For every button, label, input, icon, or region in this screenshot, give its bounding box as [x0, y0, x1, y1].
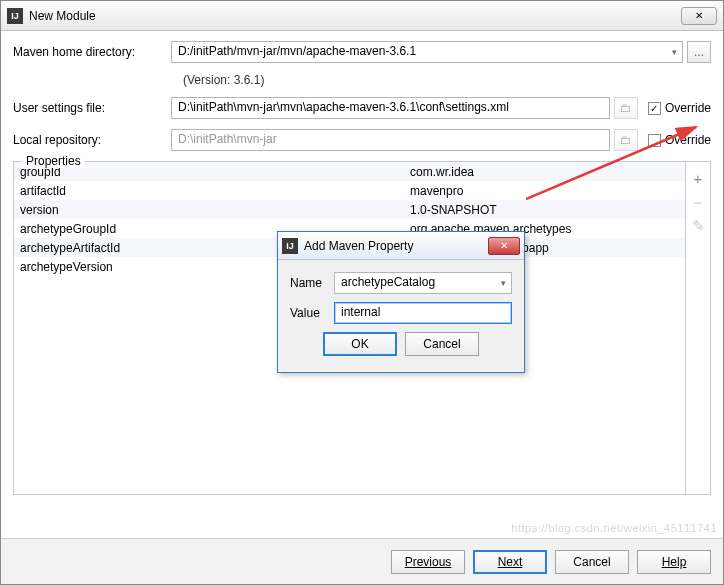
override-label: Override	[665, 101, 711, 115]
local-repo-label: Local repository:	[13, 133, 171, 147]
chevron-down-icon: ▾	[501, 278, 506, 288]
value-value: internal	[341, 305, 380, 319]
user-settings-field[interactable]: D:\initPath\mvn-jar\mvn\apache-maven-3.6…	[171, 97, 610, 119]
table-row[interactable]: version1.0-SNAPSHOT	[14, 200, 685, 219]
folder-icon: 🗀	[614, 129, 638, 151]
app-icon: IJ	[282, 238, 298, 254]
dialog-titlebar: IJ Add Maven Property ✕	[278, 232, 524, 260]
dialog-title: Add Maven Property	[304, 239, 488, 253]
wizard-footer: Previous Next Cancel Help	[1, 538, 723, 584]
maven-home-value: D:/initPath/mvn-jar/mvn/apache-maven-3.6…	[178, 44, 416, 58]
override-label: Override	[665, 133, 711, 147]
checkbox-box	[648, 134, 661, 147]
help-button[interactable]: Help	[637, 550, 711, 574]
remove-property-button: −	[690, 194, 706, 210]
name-label: Name	[290, 276, 334, 290]
edit-property-button: ✎	[690, 218, 706, 234]
local-repo-value: D:\initPath\mvn-jar	[178, 132, 277, 146]
folder-icon[interactable]: 🗀	[614, 97, 638, 119]
checkbox-box: ✓	[648, 102, 661, 115]
watermark-text: https://blog.csdn.net/weixin_45111741	[511, 522, 717, 534]
cancel-button[interactable]: Cancel	[405, 332, 479, 356]
table-row[interactable]: groupIdcom.wr.idea	[14, 162, 685, 181]
chevron-down-icon: ▾	[672, 47, 677, 57]
properties-title: Properties	[22, 154, 85, 168]
dialog-close-button[interactable]: ✕	[488, 237, 520, 255]
table-row[interactable]: artifactIdmavenpro	[14, 181, 685, 200]
cancel-button[interactable]: Cancel	[555, 550, 629, 574]
local-repo-field: D:\initPath\mvn-jar	[171, 129, 610, 151]
add-property-button[interactable]: +	[690, 170, 706, 186]
window-titlebar: IJ New Module ✕	[1, 1, 723, 31]
maven-home-browse-button[interactable]: ...	[687, 41, 711, 63]
window-title: New Module	[29, 9, 681, 23]
app-icon: IJ	[7, 8, 23, 24]
local-repo-override-checkbox[interactable]: Override	[648, 133, 711, 147]
user-settings-override-checkbox[interactable]: ✓ Override	[648, 101, 711, 115]
value-input[interactable]: internal	[334, 302, 512, 324]
value-label: Value	[290, 306, 334, 320]
user-settings-value: D:\initPath\mvn-jar\mvn\apache-maven-3.6…	[178, 100, 509, 114]
maven-home-label: Maven home directory:	[13, 45, 171, 59]
ok-button[interactable]: OK	[323, 332, 397, 356]
name-value: archetypeCatalog	[341, 275, 435, 289]
next-button[interactable]: Next	[473, 550, 547, 574]
window-close-button[interactable]: ✕	[681, 7, 717, 25]
add-property-dialog: IJ Add Maven Property ✕ Name archetypeCa…	[277, 231, 525, 373]
previous-button[interactable]: Previous	[391, 550, 465, 574]
maven-home-combo[interactable]: D:/initPath/mvn-jar/mvn/apache-maven-3.6…	[171, 41, 683, 63]
properties-side-toolbar: + − ✎	[686, 162, 710, 494]
name-combo[interactable]: archetypeCatalog ▾	[334, 272, 512, 294]
maven-version-text: (Version: 3.6.1)	[13, 73, 711, 87]
user-settings-label: User settings file:	[13, 101, 171, 115]
